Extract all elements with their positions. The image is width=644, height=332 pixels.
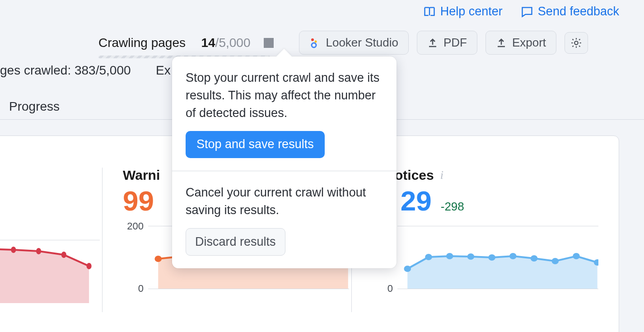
svg-point-23 [509, 253, 517, 259]
errors-card [0, 168, 102, 332]
stop-save-button[interactable]: Stop and save results [186, 131, 325, 158]
svg-point-7 [87, 263, 92, 269]
chat-icon [521, 5, 533, 18]
svg-point-6 [61, 252, 66, 258]
export-label: Export [512, 36, 546, 50]
notices-title: otices [395, 168, 434, 183]
looker-studio-button[interactable]: Looker Studio [299, 31, 408, 55]
svg-point-24 [531, 255, 538, 262]
errors-chart [0, 235, 82, 308]
toolbar: Crawling pages 14/5,000 Looker Studio PD… [98, 31, 619, 55]
svg-point-19 [425, 254, 432, 260]
svg-point-2 [312, 43, 316, 47]
book-icon [423, 5, 436, 18]
stop-crawl-button[interactable] [264, 38, 274, 48]
svg-point-25 [552, 258, 559, 264]
svg-point-26 [573, 253, 580, 259]
ex-fragment: Ex [156, 63, 171, 77]
svg-point-0 [311, 38, 314, 41]
svg-point-1 [315, 40, 317, 42]
crawl-counter: 14/5,000 [201, 36, 250, 50]
pdf-label: PDF [443, 36, 467, 50]
pages-crawled-status: ges crawled: 383/5,000 Ex [0, 63, 171, 78]
svg-point-22 [488, 254, 495, 261]
warnings-y-axis: 200 0 [118, 221, 144, 294]
crawling-label: Crawling pages [98, 36, 186, 50]
svg-point-4 [11, 247, 16, 253]
crawl-total: /5,000 [215, 36, 251, 50]
svg-point-5 [36, 248, 41, 254]
notices-value: 29 [401, 185, 432, 217]
warnings-title: Warni [123, 168, 160, 183]
send-feedback-label: Send feedback [538, 5, 619, 19]
notices-delta: -298 [441, 200, 464, 214]
svg-point-20 [446, 253, 453, 259]
stop-description: Stop your current crawl and save its res… [186, 69, 383, 122]
help-center-label: Help center [440, 5, 503, 19]
top-links: Help center Send feedback [423, 5, 619, 19]
notices-chart: 2000 0 [372, 221, 580, 294]
upload-icon [427, 37, 438, 48]
discard-description: Cancel your current crawl without saving… [186, 184, 383, 219]
looker-label: Looker Studio [326, 36, 398, 50]
settings-button[interactable] [565, 32, 588, 54]
help-center-link[interactable]: Help center [423, 5, 503, 19]
svg-point-3 [574, 41, 578, 45]
upload-icon [496, 37, 507, 48]
svg-point-21 [467, 253, 475, 260]
export-button[interactable]: Export [485, 31, 556, 55]
svg-point-18 [404, 266, 411, 272]
send-feedback-link[interactable]: Send feedback [521, 5, 619, 19]
svg-point-8 [154, 256, 162, 262]
progress-tab[interactable]: Progress [9, 99, 60, 114]
crawl-current: 14 [201, 36, 215, 50]
gear-icon [570, 37, 582, 49]
info-icon[interactable]: i [440, 168, 443, 182]
discard-results-button[interactable]: Discard results [186, 228, 285, 256]
looker-icon [309, 37, 320, 48]
pdf-button[interactable]: PDF [417, 31, 477, 55]
stop-crawl-popover: Stop your current crawl and save its res… [172, 56, 397, 268]
warnings-value: 99 [123, 185, 154, 217]
